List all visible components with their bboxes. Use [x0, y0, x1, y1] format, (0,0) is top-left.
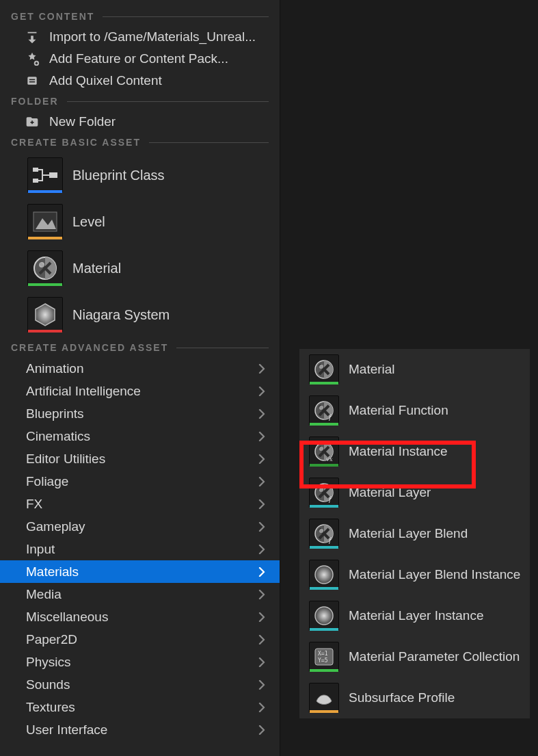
section-header-advanced: CREATE ADVANCED ASSET [0, 338, 280, 357]
divider [149, 142, 269, 143]
category-blueprints[interactable]: Blueprints [0, 402, 280, 425]
category-label: Miscellaneous [26, 610, 108, 625]
category-miscellaneous[interactable]: Miscellaneous [0, 605, 280, 628]
chevron-right-icon [258, 364, 266, 374]
menu-item-label: Add Feature or Content Pack... [49, 51, 228, 66]
category-label: Gameplay [26, 519, 85, 534]
asset-item-niagara[interactable]: Niagara System [0, 291, 280, 338]
menu-item-new-folder[interactable]: New Folder [0, 111, 280, 133]
category-label: FX [26, 497, 42, 512]
category-label: Input [26, 542, 55, 557]
section-label: FOLDER [11, 96, 59, 107]
create-asset-menu: GET CONTENT Import to /Game/Materials_Un… [0, 0, 280, 756]
category-cinematics[interactable]: Cinematics [0, 425, 280, 447]
material-layer-blend-icon: f [309, 519, 339, 549]
chevron-right-icon [258, 499, 266, 509]
section-header-basic: CREATE BASIC ASSET [0, 133, 280, 152]
svg-marker-11 [36, 304, 55, 326]
category-paper2d[interactable]: Paper2D [0, 628, 280, 651]
svg-rect-5 [33, 179, 38, 183]
chevron-right-icon [258, 454, 266, 464]
chevron-right-icon [258, 477, 266, 486]
svg-text:√x: √x [326, 456, 333, 462]
category-label: Physics [26, 655, 70, 670]
material-function-icon: f [309, 395, 339, 426]
chevron-right-icon [258, 680, 266, 690]
category-label: Cinematics [26, 429, 90, 444]
chevron-right-icon [258, 725, 266, 735]
menu-item-import[interactable]: Import to /Game/Materials_Unreal... [0, 26, 280, 48]
category-textures[interactable]: Textures [0, 696, 280, 718]
section-label: GET CONTENT [11, 11, 94, 22]
new-folder-icon [25, 114, 40, 129]
category-label: User Interface [26, 722, 107, 738]
category-label: Animation [26, 361, 84, 376]
category-editor-utilities[interactable]: Editor Utilities [0, 447, 280, 470]
material-layer-instance-icon [309, 601, 339, 631]
svg-point-26 [315, 566, 333, 584]
category-fx[interactable]: FX [0, 493, 280, 515]
category-label: Sounds [26, 677, 70, 692]
chevron-right-icon [258, 567, 266, 577]
submenu-item-material-layer[interactable]: fMaterial Layer [299, 472, 530, 513]
niagara-icon [27, 297, 63, 333]
submenu-item-subsurface-profile[interactable]: Subsurface Profile [299, 677, 530, 718]
category-label: Artificial Intelligence [26, 384, 141, 399]
category-materials[interactable]: Materials [0, 560, 280, 583]
svg-point-24 [319, 529, 323, 533]
category-gameplay[interactable]: Gameplay [0, 515, 280, 538]
submenu-item-material-layer-instance[interactable]: Material Layer Instance [299, 595, 530, 636]
menu-item-label: Add Quixel Content [49, 73, 162, 88]
chevron-right-icon [258, 432, 266, 441]
submenu-item-material-instance[interactable]: √xMaterial Instance [299, 431, 530, 472]
divider [103, 16, 269, 17]
category-label: Textures [26, 700, 75, 715]
chevron-right-icon [258, 545, 266, 554]
chevron-right-icon [258, 387, 266, 396]
category-user-interface[interactable]: User Interface [0, 718, 280, 741]
level-icon [27, 204, 63, 239]
material-parameter-collection-icon: X=1Y=5 [309, 642, 339, 672]
materials-submenu: MaterialfMaterial Function√xMaterial Ins… [299, 349, 530, 718]
category-label: Materials [26, 564, 79, 579]
asset-item-level[interactable]: Level [0, 198, 280, 245]
svg-point-10 [39, 262, 44, 268]
chevron-right-icon [258, 522, 266, 532]
submenu-item-material-parameter-collection[interactable]: X=1Y=5Material Parameter Collection [299, 636, 530, 677]
chevron-right-icon [258, 409, 266, 419]
submenu-item-label: Subsurface Profile [349, 690, 455, 705]
category-animation[interactable]: Animation [0, 357, 280, 380]
asset-item-material[interactable]: Material [0, 245, 280, 291]
material-layer-icon: f [309, 478, 339, 508]
section-header-get-content: GET CONTENT [0, 7, 280, 26]
submenu-item-label: Material Layer Instance [349, 608, 484, 623]
category-foliage[interactable]: Foliage [0, 470, 280, 493]
submenu-item-label: Material Layer Blend Instance [349, 567, 520, 582]
submenu-item-material-layer-blend[interactable]: fMaterial Layer Blend [299, 513, 530, 554]
svg-text:Y=5: Y=5 [318, 657, 328, 664]
svg-rect-4 [33, 168, 38, 172]
category-label: Foliage [26, 474, 68, 489]
asset-item-blueprint[interactable]: Blueprint Class [0, 152, 280, 198]
category-media[interactable]: Media [0, 583, 280, 605]
menu-item-quixel[interactable]: Add Quixel Content [0, 70, 280, 92]
submenu-item-material-layer-blend-instance[interactable]: Material Layer Blend Instance [299, 554, 530, 595]
svg-text:X=1: X=1 [318, 651, 328, 657]
category-label: Media [26, 587, 62, 602]
divider [176, 348, 269, 348]
divider [67, 101, 269, 102]
chevron-right-icon [258, 590, 266, 599]
category-sounds[interactable]: Sounds [0, 673, 280, 696]
submenu-item-material[interactable]: Material [299, 349, 530, 390]
chevron-right-icon [258, 635, 266, 644]
submenu-item-label: Material Instance [349, 444, 448, 459]
category-label: Paper2D [26, 632, 77, 647]
category-artificial-intelligence[interactable]: Artificial Intelligence [0, 380, 280, 402]
material-icon [27, 250, 63, 286]
svg-point-21 [319, 488, 323, 492]
submenu-item-material-function[interactable]: fMaterial Function [299, 390, 530, 431]
menu-item-feature-pack[interactable]: Add Feature or Content Pack... [0, 48, 280, 70]
feature-pack-icon [25, 51, 40, 66]
category-physics[interactable]: Physics [0, 651, 280, 673]
category-input[interactable]: Input [0, 538, 280, 560]
